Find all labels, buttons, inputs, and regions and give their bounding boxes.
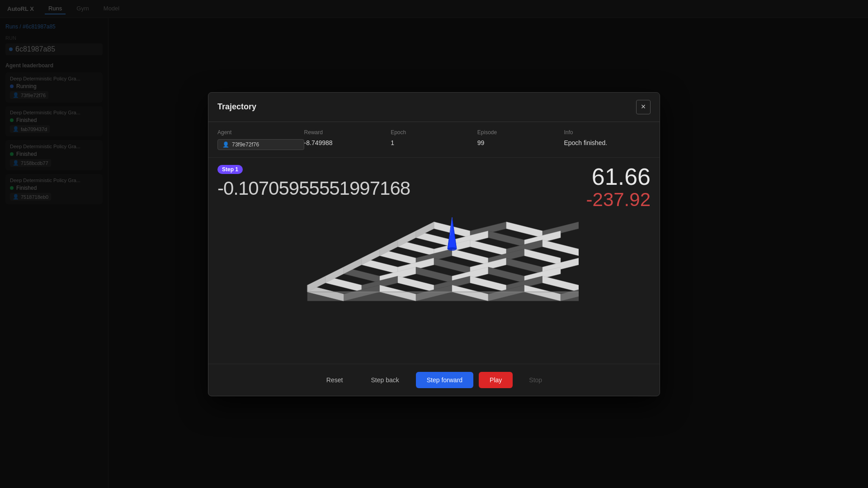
- step-badge: Step 1: [217, 165, 243, 174]
- epoch-label: Epoch: [391, 129, 477, 136]
- stat-bottom: -237.92: [586, 190, 651, 209]
- episode-label: Episode: [477, 129, 564, 136]
- reward-value: -8.749988: [304, 139, 391, 146]
- agent-id-value: 73f9e72f76: [232, 141, 259, 148]
- svg-marker-12: [542, 240, 579, 256]
- modal-header: Trajectory ×: [208, 93, 660, 122]
- svg-marker-10: [470, 240, 506, 256]
- modal-footer: Reset Step back Step forward Play Stop: [208, 364, 660, 396]
- agent-badge: 👤 73f9e72f76: [217, 139, 304, 150]
- info-label: Info: [564, 129, 651, 136]
- trajectory-modal: Trajectory × Agent 👤 73f9e72f76 Reward -…: [208, 92, 660, 396]
- numbers-left: Step 1 -0.10705955551997168: [217, 165, 410, 201]
- episode-value: 99: [477, 139, 564, 146]
- main-number: -0.10705955551997168: [217, 178, 410, 199]
- grid-container: [217, 213, 651, 353]
- iso-grid: [289, 213, 579, 353]
- svg-marker-36: [542, 276, 579, 292]
- agent-icon: 👤: [222, 141, 229, 148]
- epoch-value: 1: [391, 139, 477, 146]
- svg-marker-15: [452, 249, 488, 265]
- info-cell-reward: Reward -8.749988: [304, 129, 391, 150]
- stat-top: 61.66: [586, 165, 651, 188]
- svg-marker-6: [488, 231, 524, 247]
- step-back-button[interactable]: Step back: [359, 371, 410, 389]
- grid-svg: [289, 213, 579, 353]
- numbers-right: 61.66 -237.92: [586, 165, 651, 209]
- stop-button[interactable]: Stop: [518, 372, 553, 388]
- info-cell-agent: Agent 👤 73f9e72f76: [217, 129, 304, 150]
- modal-title: Trajectory: [217, 102, 256, 112]
- info-cell-epoch: Epoch 1: [391, 129, 477, 150]
- svg-marker-28: [488, 267, 524, 283]
- numbers-row: Step 1 -0.10705955551997168 61.66 -237.9…: [217, 165, 651, 209]
- svg-point-57: [448, 247, 457, 251]
- grid-canvas: [289, 213, 579, 353]
- step-forward-button[interactable]: Step forward: [416, 372, 473, 388]
- svg-marker-32: [398, 276, 434, 292]
- svg-marker-26: [416, 267, 452, 283]
- info-value: Epoch finished.: [564, 139, 651, 146]
- svg-marker-20: [434, 258, 470, 274]
- reset-button[interactable]: Reset: [315, 371, 354, 389]
- reward-label: Reward: [304, 129, 391, 136]
- agent-label: Agent: [217, 129, 304, 136]
- svg-marker-53: [307, 292, 579, 301]
- modal-body: Step 1 -0.10705955551997168 61.66 -237.9…: [208, 158, 660, 364]
- svg-marker-17: [524, 249, 561, 265]
- modal-close-button[interactable]: ×: [636, 100, 651, 114]
- modal-info-row: Agent 👤 73f9e72f76 Reward -8.749988 Epoc…: [208, 122, 660, 158]
- modal-overlay: Trajectory × Agent 👤 73f9e72f76 Reward -…: [0, 0, 868, 488]
- svg-marker-2: [506, 222, 542, 238]
- svg-marker-22: [506, 258, 542, 274]
- play-button[interactable]: Play: [479, 372, 513, 388]
- info-cell-info: Info Epoch finished.: [564, 129, 651, 150]
- svg-marker-34: [470, 276, 506, 292]
- info-cell-episode: Episode 99: [477, 129, 564, 150]
